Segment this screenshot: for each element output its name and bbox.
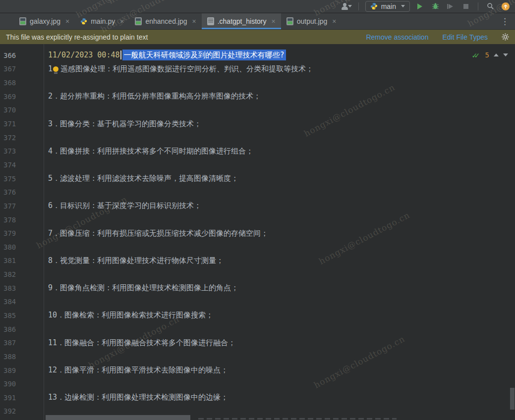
editor-pane[interactable]: ✓✓ 5 36611/02/2023 00:48一般航天科研领域涉及到的图片处理…	[0, 44, 515, 420]
user-menu-button[interactable]	[341, 1, 352, 11]
line-content: 7．图像压缩：利用有损压缩或无损压缩技术减少图像的存储空间；	[44, 229, 268, 238]
line-content: 11．图像融合：利用图像融合技术将多个图像进行融合；	[44, 338, 235, 348]
line-content: 2．超分辨率重构：利用低分辨率图像重构高分辨率图像的技术；	[44, 92, 261, 101]
tab-chatgpt_history[interactable]: .chatgpt_history×	[202, 13, 281, 29]
remove-association-link[interactable]: Remove association	[366, 33, 428, 41]
line-number: 384	[0, 298, 44, 306]
editor-line-370[interactable]: 370	[0, 104, 515, 117]
line-number: 376	[0, 188, 44, 196]
run-configuration-select[interactable]: main	[365, 1, 410, 12]
editor-line-372[interactable]: 372	[0, 131, 515, 145]
run-button[interactable]	[414, 1, 425, 11]
editor-line-379[interactable]: 3797．图像压缩：利用有损压缩或无损压缩技术减少图像的存储空间；	[0, 226, 515, 240]
line-number: 367	[0, 65, 44, 73]
image-file-icon	[286, 17, 293, 25]
editor-line-390[interactable]: 390	[0, 377, 515, 391]
edit-file-types-link[interactable]: Edit File Types	[442, 33, 488, 41]
editor-line-374[interactable]: 374	[0, 158, 515, 172]
line-number: 378	[0, 216, 44, 224]
editor-line-389[interactable]: 38912．图像平滑：利用图像平滑技术去除图像中的噪点；	[0, 364, 515, 377]
close-icon[interactable]: ×	[272, 17, 276, 25]
line-content: 3．图像分类：基于机器学习的图像分类技术；	[44, 119, 201, 129]
close-icon[interactable]: ×	[332, 17, 336, 25]
editor-line-375[interactable]: 3755．滤波处理：利用滤波技术去除噪声，提高图像清晰度；	[0, 172, 515, 186]
tab-galaxy-jpg[interactable]: galaxy.jpg×	[14, 13, 75, 29]
tab-options-icon[interactable]: ⋮	[495, 16, 515, 26]
line-content: 10．图像检索：利用图像检索技术进行图像搜索；	[44, 311, 213, 320]
editor-line-373[interactable]: 3734．图像拼接：利用拼接技术将多个不同时期的图像进行组合；	[0, 144, 515, 158]
editor-line-377[interactable]: 3776．目标识别：基于深度学习的目标识别技术；	[0, 199, 515, 213]
line-content: 4．图像拼接：利用拼接技术将多个不同时期的图像进行组合；	[44, 147, 253, 156]
editor-line-388[interactable]: 388	[0, 350, 515, 364]
update-notification-button[interactable]	[500, 1, 511, 11]
toolbar-divider	[478, 2, 478, 10]
editor-line-378[interactable]: 378	[0, 213, 515, 227]
line-number: 377	[0, 202, 44, 210]
next-occurrence-icon[interactable]	[503, 53, 508, 56]
line-number: 370	[0, 106, 44, 114]
tab-label: .chatgpt_history	[218, 17, 267, 25]
run-icon	[417, 3, 422, 9]
line-number: 381	[0, 257, 44, 264]
line-number: 390	[0, 380, 44, 388]
image-file-icon	[135, 17, 142, 25]
editor-line-383[interactable]: 3839．图像角点检测：利用图像处理技术检测图像上的角点；	[0, 281, 515, 295]
editor-line-391[interactable]: 39113．边缘检测：利用图像处理技术检测图像中的边缘；	[0, 391, 515, 405]
line-number: 373	[0, 147, 44, 155]
search-everywhere-button[interactable]	[485, 1, 496, 11]
stop-button[interactable]	[460, 1, 471, 11]
line-number: 388	[0, 353, 44, 361]
line-number: 382	[0, 270, 44, 278]
line-number: 366	[0, 52, 44, 59]
close-icon[interactable]: ×	[65, 17, 69, 25]
python-file-icon	[80, 18, 87, 25]
editor-line-380[interactable]: 380	[0, 240, 515, 254]
run-with-coverage-button[interactable]	[445, 1, 456, 11]
vertical-scrollbar[interactable]	[510, 388, 515, 410]
line-number: 386	[0, 325, 44, 333]
inspections-widget[interactable]: ✓✓ 5	[472, 51, 508, 59]
tab-label: output.jpg	[297, 17, 328, 25]
editor-line-382[interactable]: 382	[0, 267, 515, 281]
previous-occurrence-icon[interactable]	[494, 53, 499, 56]
line-content: 9．图像角点检测：利用图像处理技术检测图像上的角点；	[44, 283, 238, 293]
editor-line-371[interactable]: 3713．图像分类：基于机器学习的图像分类技术；	[0, 117, 515, 131]
line-number: 375	[0, 175, 44, 183]
tab-output-jpg[interactable]: output.jpg×	[281, 13, 342, 29]
tab-enhanced-jpg[interactable]: enhanced.jpg×	[129, 13, 201, 29]
run-configuration-label: main	[381, 2, 396, 10]
line-number: 392	[0, 407, 44, 415]
editor-line-369[interactable]: 3692．超分辨率重构：利用低分辨率图像重构高分辨率图像的技术；	[0, 90, 515, 104]
image-file-icon	[19, 17, 26, 25]
tab-main-py[interactable]: main.py×	[75, 13, 129, 29]
line-number: 391	[0, 394, 44, 402]
file-type-banner: This file was explicitly re-assigned to …	[0, 30, 515, 44]
inspections-ok-icon: ✓✓	[472, 52, 481, 58]
close-icon[interactable]: ×	[120, 17, 124, 25]
editor-line-367[interactable]: 3671遥感图像处理：利用遥感图像数据进行空间分析、判识、分类和提取等技术；	[0, 62, 515, 76]
editor-line-385[interactable]: 38510．图像检索：利用图像检索技术进行图像搜索；	[0, 309, 515, 322]
intention-bulb-icon[interactable]	[53, 66, 58, 72]
timestamp: 11/02/2023 00:48	[48, 51, 120, 59]
tab-label: enhanced.jpg	[145, 17, 187, 25]
banner-message: This file was explicitly re-assigned to …	[6, 33, 148, 41]
editor-line-384[interactable]: 384	[0, 295, 515, 309]
close-icon[interactable]: ×	[192, 17, 196, 25]
debug-button[interactable]	[430, 1, 441, 11]
python-icon	[370, 2, 378, 10]
editor-line-387[interactable]: 38711．图像融合：利用图像融合技术将多个图像进行融合；	[0, 336, 515, 350]
line-content: 8．视觉测量：利用图像处理技术进行物体尺寸测量；	[44, 256, 224, 265]
editor-line-368[interactable]: 368	[0, 76, 515, 90]
update-icon	[502, 2, 510, 10]
editor-line-366[interactable]: 36611/02/2023 00:48一般航天科研领域涉及到的图片处理技术有哪些…	[0, 49, 515, 62]
tab-bar: galaxy.jpg×main.py×enhanced.jpg×.chatgpt…	[0, 13, 515, 30]
editor-line-381[interactable]: 3818．视觉测量：利用图像处理技术进行物体尺寸测量；	[0, 254, 515, 268]
line-number: 389	[0, 367, 44, 374]
user-icon	[341, 3, 346, 10]
settings-gear-icon[interactable]	[502, 33, 509, 41]
line-number: 379	[0, 229, 44, 237]
line-number: 383	[0, 284, 44, 292]
tab-label: galaxy.jpg	[30, 17, 60, 25]
editor-line-376[interactable]: 376	[0, 185, 515, 199]
editor-line-386[interactable]: 386	[0, 322, 515, 336]
